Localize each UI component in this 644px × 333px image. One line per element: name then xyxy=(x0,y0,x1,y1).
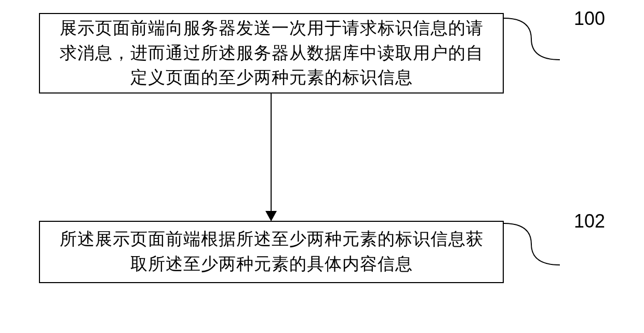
flow-arrow-line xyxy=(271,94,272,212)
step-102-text: 所述展示页面前端根据所述至少两种元素的标识信息获取所述至少两种元素的具体内容信息 xyxy=(56,227,487,277)
flowchart-container: 展示页面前端向服务器发送一次用于请求标识信息的请求消息，进而通过所述服务器从数据… xyxy=(0,0,644,333)
label-102: 102 xyxy=(574,210,605,232)
step-100-text: 展示页面前端向服务器发送一次用于请求标识信息的请求消息，进而通过所述服务器从数据… xyxy=(56,16,487,91)
flow-arrow-head xyxy=(265,211,277,221)
connector-102 xyxy=(503,218,573,270)
flowchart-step-100: 展示页面前端向服务器发送一次用于请求标识信息的请求消息，进而通过所述服务器从数据… xyxy=(39,13,504,94)
label-100: 100 xyxy=(574,8,605,30)
connector-100 xyxy=(503,13,573,65)
flowchart-step-102: 所述展示页面前端根据所述至少两种元素的标识信息获取所述至少两种元素的具体内容信息 xyxy=(39,221,504,283)
